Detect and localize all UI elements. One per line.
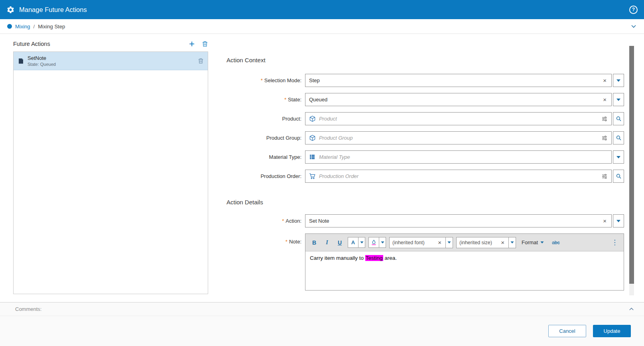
product-group-label: Product Group: xyxy=(220,135,305,141)
font-color-button[interactable]: A xyxy=(348,237,358,248)
material-type-field[interactable]: Material Type xyxy=(305,150,612,164)
update-button[interactable]: Update xyxy=(593,325,631,337)
underline-button[interactable]: U xyxy=(335,237,345,248)
font-color-caret-button[interactable] xyxy=(358,237,365,248)
label-text: Selection Mode: xyxy=(264,77,301,83)
production-order-field[interactable]: Production Order xyxy=(305,170,612,183)
add-action-button[interactable]: + xyxy=(189,40,195,48)
breadcrumb-current: Mixing Step xyxy=(38,24,65,30)
product-group-placeholder: Product Group xyxy=(319,135,598,141)
bottom-panel: Comments: Cancel Update xyxy=(0,302,644,346)
state-value: Queued xyxy=(309,97,599,103)
font-size-caret-button[interactable] xyxy=(509,237,516,248)
future-actions-panel: Future Actions + SetNote State: Queued xyxy=(13,38,208,294)
product-search-button[interactable] xyxy=(613,112,624,125)
vertical-scrollbar[interactable] xyxy=(629,46,634,295)
action-field[interactable]: Set Note × xyxy=(305,214,612,227)
product-placeholder: Product xyxy=(319,116,598,122)
product-group-search-button[interactable] xyxy=(613,131,624,144)
selection-mode-field[interactable]: Step × xyxy=(305,74,612,87)
caret-down-icon xyxy=(616,79,620,82)
list-item[interactable]: SetNote State: Queued xyxy=(14,52,208,70)
label-text: Material Type: xyxy=(269,154,301,160)
cancel-button[interactable]: Cancel xyxy=(548,325,586,337)
breadcrumb: Mixing / Mixing Step xyxy=(0,19,644,34)
state-field[interactable]: Queued × xyxy=(305,93,612,106)
required-marker: * xyxy=(284,97,286,103)
clear-icon[interactable]: × xyxy=(500,239,506,245)
clear-icon[interactable]: × xyxy=(437,239,443,245)
clear-icon[interactable]: × xyxy=(602,97,608,103)
caret-down-icon xyxy=(540,241,544,243)
caret-down-icon xyxy=(510,241,514,243)
trash-icon xyxy=(202,41,208,47)
collapse-chevron-down-icon[interactable] xyxy=(630,23,637,30)
note-text-after: area. xyxy=(383,255,397,261)
comments-label: Comments: xyxy=(15,306,41,312)
font-size-value: (inherited size) xyxy=(459,240,497,245)
breadcrumb-separator: / xyxy=(33,24,35,30)
label-text: Note: xyxy=(289,239,301,245)
product-row: Product: Product xyxy=(220,112,627,125)
product-field[interactable]: Product xyxy=(305,112,612,125)
help-icon[interactable]: ? xyxy=(629,6,638,14)
breadcrumb-parent-link[interactable]: Mixing xyxy=(15,24,30,30)
action-value: Set Note xyxy=(309,218,599,224)
filter-icon[interactable] xyxy=(601,135,608,141)
font-name-control: (inherited font) × xyxy=(389,237,453,248)
font-name-select[interactable]: (inherited font) × xyxy=(389,237,446,248)
format-dropdown-button[interactable]: Format xyxy=(519,239,546,246)
delete-action-button[interactable] xyxy=(202,41,208,47)
future-actions-title: Future Actions xyxy=(13,41,50,47)
production-order-search-button[interactable] xyxy=(613,170,624,183)
font-name-caret-button[interactable] xyxy=(446,237,453,248)
selection-mode-label: *Selection Mode: xyxy=(220,77,305,83)
clear-icon[interactable]: × xyxy=(602,77,608,83)
production-order-icon xyxy=(309,173,316,180)
comments-section[interactable]: Comments: xyxy=(0,303,644,316)
more-options-icon[interactable]: ⋮ xyxy=(610,238,620,247)
state-row: *State: Queued × xyxy=(220,93,627,106)
material-type-label: Material Type: xyxy=(220,154,305,160)
main-content: Future Actions + SetNote State: Queued xyxy=(0,34,644,302)
state-label: *State: xyxy=(220,97,305,103)
action-label: *Action: xyxy=(220,218,305,224)
editor-toolbar: B I U A xyxy=(305,234,624,251)
note-content[interactable]: Carry item manually to Testing area. xyxy=(305,251,624,290)
list-item-delete-button[interactable] xyxy=(198,58,204,64)
chevron-up-icon[interactable] xyxy=(628,306,634,312)
product-group-row: Product Group: Product Group xyxy=(220,131,627,144)
strikethrough-button[interactable]: abc xyxy=(549,239,562,246)
scrollbar-thumb[interactable] xyxy=(629,46,634,284)
action-dropdown-button[interactable] xyxy=(613,214,624,227)
caret-down-icon xyxy=(360,241,364,243)
clear-icon[interactable]: × xyxy=(602,218,608,224)
page-title: Manage Future Actions xyxy=(19,6,87,14)
caret-down-icon xyxy=(616,156,620,158)
highlight-color-caret-button[interactable] xyxy=(379,237,386,248)
search-icon xyxy=(616,116,622,122)
font-color-control: A xyxy=(348,237,365,248)
note-label: *Note: xyxy=(220,233,305,245)
state-dropdown-button[interactable] xyxy=(613,93,624,106)
font-size-select[interactable]: (inherited size) × xyxy=(456,237,509,248)
selection-mode-row: *Selection Mode: Step × xyxy=(220,74,627,87)
italic-button[interactable]: I xyxy=(322,237,332,248)
material-type-placeholder: Material Type xyxy=(319,154,608,160)
highlight-color-button[interactable] xyxy=(368,237,379,248)
label-text: State: xyxy=(288,97,301,103)
label-text: Production Order: xyxy=(260,173,301,179)
product-group-field[interactable]: Product Group xyxy=(305,131,612,144)
material-type-dropdown-button[interactable] xyxy=(613,150,624,164)
bold-button[interactable]: B xyxy=(309,237,319,248)
product-icon xyxy=(309,115,316,122)
future-actions-list: SetNote State: Queued xyxy=(13,51,208,294)
selection-mode-dropdown-button[interactable] xyxy=(613,74,624,87)
filter-icon[interactable] xyxy=(601,173,608,180)
caret-down-icon xyxy=(447,241,451,243)
product-label: Product: xyxy=(220,116,305,122)
filter-icon[interactable] xyxy=(601,116,608,122)
production-order-label: Production Order: xyxy=(220,173,305,179)
search-icon xyxy=(616,135,622,141)
label-text: Product Group: xyxy=(266,135,301,141)
